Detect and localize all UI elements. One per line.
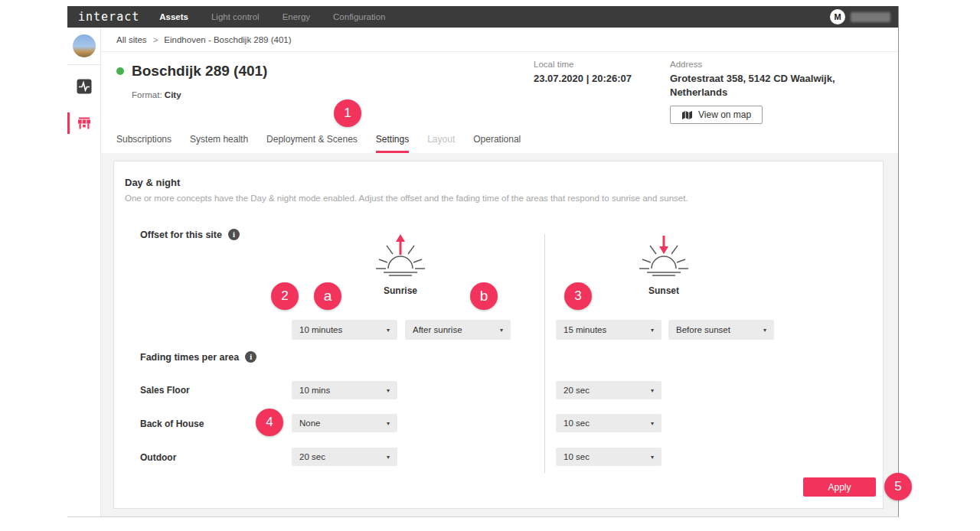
interact-logo: interact	[78, 10, 139, 24]
breadcrumb-current: Eindhoven - Boschdijk 289 (401)	[164, 35, 291, 44]
address-label: Address	[670, 60, 852, 69]
site-header: Boschdijk 289 (401) Format: City Local t…	[101, 52, 898, 153]
sunrise-direction-value: After sunrise	[413, 325, 462, 334]
format-label: Format:	[132, 90, 162, 99]
breadcrumb: All sites > Eindhoven - Boschdijk 289 (4…	[101, 28, 898, 52]
map-icon	[681, 110, 693, 120]
fade-value: 20 sec	[299, 452, 325, 461]
local-time-value: 23.07.2020 | 20:26:07	[534, 72, 632, 86]
annotation-badge-5: 5	[884, 473, 912, 500]
back-of-house-sunrise-fade-select[interactable]: None ▾	[292, 414, 397, 432]
active-indicator	[67, 112, 70, 134]
sunset-offset-select[interactable]: 15 minutes ▾	[556, 320, 662, 340]
user-avatar[interactable]: M	[830, 9, 845, 24]
outdoor-sunrise-fade-select[interactable]: 20 sec ▾	[292, 448, 397, 466]
info-icon[interactable]: i	[228, 229, 240, 240]
annotation-badge-a: a	[314, 282, 341, 310]
offset-section-label: Offset for this site i	[140, 229, 240, 240]
apply-button[interactable]: Apply	[803, 477, 876, 497]
sales-floor-sunset-fade-select[interactable]: 20 sec ▾	[556, 381, 662, 399]
address-block: Address Grotestraat 358, 5142 CD Waalwij…	[670, 60, 852, 124]
sales-floor-sunrise-fade-select[interactable]: 10 mins ▾	[292, 381, 397, 399]
activity-pulse-icon	[77, 79, 92, 94]
address-value: Grotestraat 358, 5142 CD Waalwijk, Nethe…	[670, 72, 852, 99]
chevron-down-icon: ▾	[651, 454, 654, 461]
column-divider	[544, 234, 545, 473]
tab-bar: Subscriptions System health Deployment &…	[116, 134, 521, 153]
tab-system-health[interactable]: System health	[190, 134, 248, 153]
tab-deployment-scenes[interactable]: Deployment & Scenes	[266, 134, 358, 153]
sunset-label: Sunset	[618, 285, 710, 296]
format-line: Format: City	[132, 90, 181, 99]
tab-settings[interactable]: Settings	[376, 134, 409, 153]
sunrise-offset-select[interactable]: 10 minutes ▾	[292, 320, 397, 340]
chevron-down-icon: ▾	[387, 387, 390, 394]
fade-value: 10 sec	[564, 452, 590, 461]
format-value: City	[165, 90, 181, 99]
sunset-offset-value: 15 minutes	[564, 325, 606, 334]
sunrise-block: Sunrise	[354, 233, 446, 296]
tab-subscriptions[interactable]: Subscriptions	[116, 134, 172, 153]
panel-description: One or more concepts have the Day & nigh…	[125, 194, 688, 203]
info-icon[interactable]: i	[245, 351, 256, 363]
fade-value: 10 sec	[564, 419, 590, 428]
annotation-badge-3: 3	[564, 282, 592, 310]
content-area: Day & night One or more concepts have th…	[101, 153, 898, 516]
local-time-label: Local time	[534, 60, 632, 69]
nav-assets[interactable]: Assets	[159, 12, 188, 21]
app-window: interact Assets Light control Energy Con…	[67, 6, 899, 517]
sidebar-item-monitoring[interactable]	[67, 71, 100, 102]
chevron-down-icon: ▾	[651, 420, 654, 427]
user-name-redacted	[851, 12, 890, 22]
site-photo-avatar[interactable]	[73, 34, 96, 57]
view-on-map-label: View on map	[698, 109, 751, 120]
area-name: Sales Floor	[140, 385, 190, 396]
chevron-down-icon: ▾	[387, 420, 390, 427]
annotation-badge-b: b	[470, 282, 498, 310]
back-of-house-sunset-fade-select[interactable]: 10 sec ▾	[556, 414, 662, 432]
sidebar-divider	[67, 64, 100, 65]
sunset-icon	[636, 233, 691, 279]
sunrise-icon	[373, 233, 428, 279]
sunset-direction-value: Before sunset	[676, 325, 730, 334]
outdoor-sunset-fade-select[interactable]: 10 sec ▾	[556, 448, 662, 466]
annotation-badge-2: 2	[271, 282, 299, 310]
sunset-direction-select[interactable]: Before sunset ▾	[668, 320, 774, 340]
store-icon	[77, 116, 92, 131]
chevron-down-icon: ▾	[500, 327, 503, 334]
tab-operational[interactable]: Operational	[473, 134, 521, 153]
view-on-map-button[interactable]: View on map	[670, 106, 763, 124]
day-night-panel: Day & night One or more concepts have th…	[113, 161, 884, 509]
nav-energy[interactable]: Energy	[283, 12, 310, 21]
area-name: Outdoor	[140, 452, 176, 463]
chevron-down-icon: ▾	[763, 327, 766, 334]
chevron-down-icon: ▾	[651, 387, 654, 394]
chevron-down-icon: ▾	[651, 327, 654, 334]
fading-section-label: Fading times per area i	[140, 351, 256, 363]
breadcrumb-all-sites[interactable]: All sites	[116, 35, 147, 44]
tab-layout: Layout	[427, 134, 455, 153]
chevron-down-icon: ▾	[387, 327, 390, 334]
offset-label-text: Offset for this site	[140, 230, 222, 240]
annotation-badge-4: 4	[256, 409, 283, 436]
status-dot	[116, 67, 124, 75]
sidebar	[67, 28, 101, 516]
fade-value: 10 mins	[299, 386, 330, 395]
fade-value: None	[299, 419, 321, 428]
nav-configuration[interactable]: Configuration	[333, 12, 385, 21]
sunrise-label: Sunrise	[354, 285, 446, 296]
top-navigation-bar: interact Assets Light control Energy Con…	[67, 6, 898, 28]
breadcrumb-separator: >	[153, 35, 158, 44]
sidebar-item-sites[interactable]	[67, 108, 100, 138]
fading-label-text: Fading times per area	[140, 352, 239, 363]
sunset-block: Sunset	[618, 233, 710, 296]
page: interact Assets Light control Energy Con…	[0, 0, 980, 531]
sunrise-offset-value: 10 minutes	[299, 325, 342, 334]
annotation-badge-1: 1	[334, 99, 361, 127]
page-title: Boschdijk 289 (401)	[132, 63, 267, 80]
local-time-block: Local time 23.07.2020 | 20:26:07	[534, 60, 632, 86]
nav-light-control[interactable]: Light control	[211, 12, 260, 21]
sunrise-direction-select[interactable]: After sunrise ▾	[405, 320, 511, 340]
fade-value: 20 sec	[564, 386, 590, 395]
panel-title: Day & night	[125, 177, 180, 188]
